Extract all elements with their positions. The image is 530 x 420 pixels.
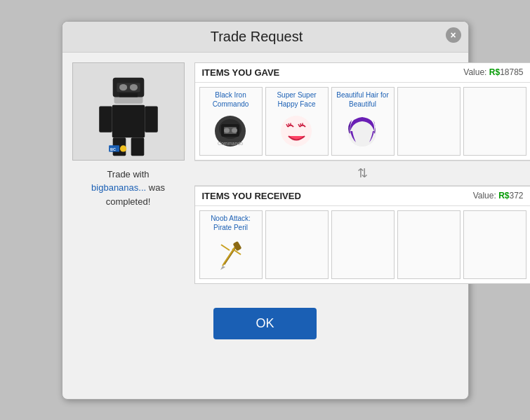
received-item-3 — [331, 210, 395, 279]
svg-text:Commando: Commando — [218, 141, 243, 146]
svg-point-18 — [224, 128, 230, 133]
received-items-grid: Noob Attack: Pirate Peril — [195, 206, 531, 283]
gave-item-1-image: Commando — [210, 110, 252, 152]
swap-divider: ⇅ — [194, 161, 531, 186]
svg-rect-0 — [112, 104, 144, 137]
dialog-body: BC Trade with bigbananas... was complete… — [62, 53, 468, 294]
gave-items-grid: Black Iron Commando Commando — [195, 83, 531, 160]
svg-point-13 — [119, 145, 126, 151]
ok-button[interactable]: OK — [213, 308, 316, 339]
gave-item-3: Beautiful Hair for Beautiful — [331, 87, 395, 156]
svg-point-4 — [119, 84, 127, 90]
received-section-header: ITEMS YOU RECEIVED Value: R$372 — [195, 187, 531, 206]
svg-marker-27 — [220, 266, 225, 270]
received-item-2 — [265, 210, 329, 279]
svg-rect-7 — [99, 106, 112, 132]
svg-rect-6 — [119, 93, 138, 97]
gave-value: Value: R$18785 — [463, 67, 523, 77]
received-item-1-image — [210, 233, 252, 276]
received-item-5 — [463, 210, 526, 279]
received-item-1: Noob Attack: Pirate Peril — [199, 210, 263, 279]
left-panel: BC Trade with bigbananas... was complete… — [72, 62, 185, 284]
trade-dialog: Trade Request × — [62, 21, 469, 400]
gave-item-2-image — [276, 110, 318, 152]
gave-title: ITEMS YOU GAVE — [202, 67, 280, 78]
gave-item-1: Black Iron Commando Commando — [199, 87, 263, 156]
received-title: ITEMS YOU RECEIVED — [202, 191, 301, 201]
received-value: Value: R$372 — [473, 191, 524, 201]
gave-item-1-name: Black Iron Commando — [203, 90, 259, 110]
gave-item-2: Super Super Happy Face — [265, 87, 329, 156]
right-panel: ITEMS YOU GAVE Value: R$18785 Black Iron… — [194, 62, 531, 284]
gave-item-3-image — [342, 110, 384, 152]
svg-point-21 — [281, 116, 312, 147]
avatar-image: BC — [86, 66, 171, 157]
title-bar: Trade Request — [62, 22, 468, 53]
svg-rect-8 — [145, 106, 158, 132]
username-link[interactable]: bigbananas... — [91, 182, 146, 193]
dialog-title: Trade Request — [211, 29, 303, 44]
gave-item-5 — [463, 87, 526, 156]
received-item-1-name: Noob Attack: Pirate Peril — [203, 214, 259, 233]
svg-rect-10 — [131, 137, 144, 156]
received-section: ITEMS YOU RECEIVED Value: R$372 Noob Att… — [194, 186, 531, 284]
svg-point-5 — [129, 84, 137, 90]
svg-point-19 — [232, 128, 237, 133]
gave-item-2-name: Super Super Happy Face — [269, 90, 325, 110]
ok-row: OK — [62, 294, 468, 351]
svg-line-26 — [221, 245, 230, 250]
svg-text:BC: BC — [110, 147, 116, 151]
gave-item-4 — [397, 87, 461, 156]
gave-item-3-name: Beautiful Hair for Beautiful — [335, 90, 391, 110]
received-item-4 — [397, 210, 461, 279]
swap-icon: ⇅ — [357, 165, 368, 181]
gave-section-header: ITEMS YOU GAVE Value: R$18785 — [195, 63, 531, 83]
gave-section: ITEMS YOU GAVE Value: R$18785 Black Iron… — [194, 62, 531, 161]
close-button[interactable]: × — [446, 27, 461, 43]
avatar-container: BC — [72, 62, 185, 161]
trade-status: Trade with bigbananas... was completed! — [91, 168, 165, 209]
